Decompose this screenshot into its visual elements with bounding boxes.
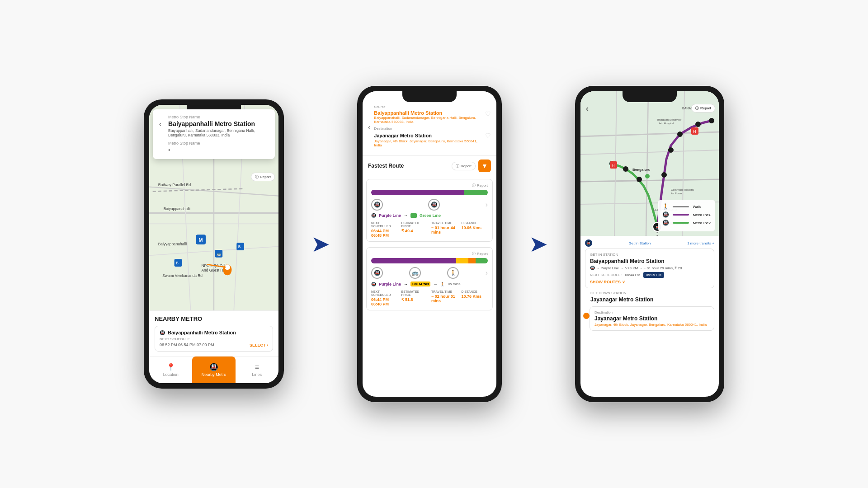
transit-dot: 🚇 [585, 239, 592, 247]
svg-point-41 [623, 166, 628, 172]
phone2-route2-purple-label: Purple Line [379, 282, 401, 286]
svg-text:Baiyappanahalli: Baiyappanahalli [164, 206, 190, 211]
phone3-show-routes-btn[interactable]: SHOW ROUTES ∨ [590, 280, 709, 284]
phone3-station1-card[interactable]: Get in Station Baiyappanhalli Metro Stat… [585, 249, 714, 288]
svg-point-39 [668, 147, 674, 153]
phone2-source-favorite[interactable]: ♡ [485, 110, 491, 117]
phone3-station1-route: 🚇 → Purple Line → 6.73 KM → ~ 01 hour 29… [590, 266, 709, 270]
stat-price-1: ESTIMATED PRICE ₹ 49.4 [401, 221, 428, 238]
phone2-dest-favorite[interactable]: ♡ [485, 132, 491, 139]
phone3-station2-name: Jayanagar Metro Station [590, 296, 714, 303]
phone1-popup-title: Baiyappanhalli Metro Station [168, 120, 269, 127]
phone2-route2-report[interactable]: ⓘ Report [371, 251, 488, 256]
phone2-dest-sub: Jayanagar, 4th Block, Jayanagar, Bengalu… [374, 139, 485, 147]
phone1-report-button[interactable]: ⓘ Report [251, 173, 275, 181]
svg-text:Baiyyappanahalli: Baiyyappanahalli [158, 242, 187, 246]
phone3-destination-section: Destination Jayanagar Metro Station Jaya… [585, 306, 714, 331]
phone2-route1-card[interactable]: ⓘ Report 🚇 🚇 › 🚇 Purple Line → [366, 179, 493, 242]
metro-dot-icon1: 🚇 [371, 213, 376, 218]
phone-3: 🚇 BANASWADI Bengaluru Command Hospital A… [575, 86, 724, 402]
phone2-source-label: Source [374, 105, 491, 109]
phone1-select-button[interactable]: SELECT › [250, 343, 268, 347]
legend-metro2-label: Metro line2 [693, 221, 711, 225]
metro-nav-icon: 🚇 [209, 363, 218, 371]
arrow-2: ➤ [529, 231, 548, 257]
phone-2: ‹ Source Baiyappanhalli Metro Station Ba… [357, 86, 502, 402]
phone2-report-btn[interactable]: ⓘ Report [452, 162, 476, 170]
nav-location[interactable]: 📍 Location [149, 357, 192, 383]
phone3-time-badge: 05:15 PM [643, 272, 664, 278]
svg-text:H: H [612, 163, 615, 168]
phone2-route2-bar [371, 258, 488, 263]
phone2-fastest-label: Fastest Route [368, 163, 404, 169]
stat-next-sched-1: NEXT SCHEDULED 06:44 PM 06:48 PM [371, 221, 398, 238]
more-transits-count[interactable]: 1 more transits + [687, 241, 714, 245]
phone3-destination-card: Destination Jayanagar Metro Station Jaya… [590, 306, 714, 331]
metro-dot-icon2: 🚇 [371, 282, 376, 286]
report-icon-r1: ⓘ [472, 183, 476, 188]
nav-lines[interactable]: ≡ Lines [236, 357, 278, 383]
metro-small-icon: 🚇 [590, 266, 595, 270]
report-circle-icon: ⓘ [255, 174, 259, 179]
stat-price-2: ESTIMATED PRICE ₹ 51.8 [401, 290, 428, 306]
walk-line [673, 206, 689, 207]
metro-icon: 🚇 [160, 330, 165, 335]
phone3-station1-name: Baiyappanhalli Metro Station [590, 258, 709, 264]
walk-time: 05 mins [448, 282, 460, 286]
phone2-filter-btn[interactable]: ▼ [478, 160, 491, 172]
phone3-legend: 🚶 Walk 🚇 Metro line1 🚇 Metro line2 [658, 200, 715, 231]
phone2-route2-icons: 🚇 🚌 🚶 › [371, 267, 488, 279]
phone1-sched-label: NEXT SCHEDULE [160, 337, 268, 341]
svg-text:🚌: 🚌 [217, 252, 222, 257]
phone2-route1-bar [371, 190, 488, 195]
phone1-nearby-title: NEARBY METRO [155, 315, 273, 322]
svg-text:B: B [176, 261, 179, 265]
nav-nearby-metro[interactable]: 🚇 Nearby Metro [192, 357, 235, 383]
phone1-back-button[interactable]: ‹ [159, 120, 161, 127]
phone3-back-btn[interactable]: ‹ [586, 104, 589, 113]
phone1-screen: Railway Parallel Rd Baiyappanahalli Baiy… [149, 105, 278, 383]
nav-lines-label: Lines [252, 372, 262, 377]
svg-point-45 [645, 174, 650, 178]
phone3-report-btn[interactable]: ⓘ Report [691, 104, 715, 113]
phone2-route1-icons: 🚇 🚇 › [371, 199, 488, 211]
destination-dot [583, 313, 590, 319]
phone3-get-in-label: Get in Station [590, 253, 709, 257]
phone3-screen: 🚇 BANASWADI Bengaluru Command Hospital A… [580, 91, 719, 397]
svg-point-40 [637, 177, 642, 182]
phone3-schedule-row: NEXT SCHEDULE : 06:44 PM 05:15 PM [590, 272, 709, 278]
phone3-sched-label: NEXT SCHEDULE : [590, 273, 622, 277]
phone2-route2-green [476, 258, 488, 263]
phone3-get-down-label: Get Down Station [590, 291, 714, 295]
phone1-schedule: 06:52 PM 06:54 PM 07:00 PM [160, 343, 214, 347]
phone2-route2-card[interactable]: ⓘ Report 🚇 🚌 🚶 › 🚇 Purple Li [366, 247, 493, 310]
phone2-route2-stats: NEXT SCHEDULED 06:44 PM 06:48 PM ESTIMAT… [371, 290, 488, 306]
phone1-station-card[interactable]: 🚇 Baiyappanhalli Metro Station NEXT SCHE… [155, 326, 273, 352]
filter-icon: ▼ [481, 162, 488, 169]
phone2-route1-icon2: 🚇 [428, 199, 440, 211]
phone2-route2-icon1: 🚇 [371, 267, 383, 279]
arrow-1: ➤ [311, 231, 330, 257]
svg-text:H: H [693, 129, 696, 134]
report-icon-r2: ⓘ [472, 251, 476, 256]
phone3-dest-label: Destination [594, 310, 709, 314]
phone3-dest-sub: Jayanagar, 4th Block, Jayanagar, Bengalu… [594, 323, 709, 327]
phone2-back-btn[interactable]: ‹ [368, 123, 370, 131]
phone2-route1-report[interactable]: ⓘ Report [371, 183, 488, 188]
more-transits-link[interactable]: Get in Station [629, 241, 651, 245]
report-icon-p3: ⓘ [695, 106, 699, 111]
phone-1: Railway Parallel Rd Baiyappanahalli Baiy… [144, 99, 284, 389]
phone2-fastest-row: Fastest Route ⓘ Report ▼ [363, 155, 496, 176]
stat-distance-1: DISTANCE 10.06 Kms [462, 221, 488, 238]
phone2-source-sub: Baiyappanahalli, Sadanandanagar, Benniga… [374, 116, 485, 124]
phone3-sched-time: 06:44 PM [625, 273, 640, 277]
svg-point-37 [709, 118, 714, 123]
legend-walk-label: Walk [693, 205, 700, 209]
phone2-route2-purple [371, 258, 456, 263]
phone2-route2-icon3: 🚶 [447, 267, 459, 279]
legend-metro2: 🚇 Metro line2 [662, 220, 711, 226]
phone1-nearby-section: NEARBY METRO 🚇 Baiyappanhalli Metro Stat… [149, 310, 278, 356]
green-dot [410, 213, 417, 218]
phone3-get-down-section: Get Down Station Jayanagar Metro Station [585, 291, 714, 303]
phone1-popup-label2: Metro Stop Name [168, 141, 269, 145]
